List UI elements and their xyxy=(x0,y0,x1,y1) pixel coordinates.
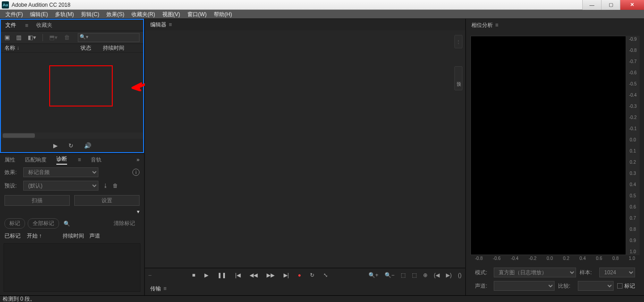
app-title: Adobe Audition CC 2018 xyxy=(12,2,70,8)
menu-clip[interactable]: 剪辑(C) xyxy=(78,10,102,19)
side-tab-menu[interactable]: ⋮ xyxy=(454,35,462,48)
col-duration[interactable]: 持续时间 xyxy=(63,232,89,240)
panel-menu-icon[interactable]: ≡ xyxy=(494,22,498,28)
tab-diagnostics[interactable]: 诊断 xyxy=(56,155,67,165)
annotation-red-box xyxy=(49,65,113,106)
phase-panel-body: -0.9-0.8-0.7-0.6-0.5-0.4-0.3-0.2-0.10.00… xyxy=(466,31,644,295)
phase-x-scale: -0.8-0.6-0.4-0.20.00.20.40.60.81.0 xyxy=(470,255,640,265)
panel-menu-icon[interactable]: ≡ xyxy=(167,21,172,28)
phase-plot[interactable] xyxy=(470,36,626,255)
record-icon[interactable]: ● xyxy=(298,272,301,278)
y-tick: 0.9 xyxy=(626,238,640,243)
y-tick: -0.2 xyxy=(626,115,640,120)
label-checkbox[interactable]: 标记 xyxy=(617,282,635,290)
y-tick: 0.6 xyxy=(626,204,640,209)
zoom-in-v-icon[interactable]: ⊕ xyxy=(423,272,428,278)
pause-icon[interactable]: ❚❚ xyxy=(217,272,226,278)
phase-panel-head: 相位分析 ≡ xyxy=(466,19,644,31)
y-tick: 0.7 xyxy=(626,216,640,221)
phase-y-scale: -0.9-0.8-0.7-0.6-0.5-0.4-0.3-0.2-0.10.00… xyxy=(626,36,640,255)
effect-select[interactable]: 标记音频 xyxy=(23,167,98,177)
minimize-button[interactable]: — xyxy=(582,0,601,10)
delete-preset-icon[interactable]: 🗑 xyxy=(113,183,118,189)
zoom-out-icon[interactable]: 🔍− xyxy=(385,272,394,278)
menu-file[interactable]: 文件(F) xyxy=(3,10,25,19)
compare-select[interactable] xyxy=(578,281,614,291)
search-marks-icon[interactable]: 🔍 xyxy=(64,221,70,227)
tab-files[interactable]: 文件 xyxy=(5,21,16,29)
panel-menu-icon[interactable]: ≡ xyxy=(78,157,81,163)
forward-icon[interactable]: ▶▶ xyxy=(267,272,275,278)
files-list-body[interactable] xyxy=(1,53,143,132)
go-end-icon[interactable]: ▶| xyxy=(284,272,289,278)
side-tab-preset[interactable]: 预设 xyxy=(454,66,462,90)
rewind-icon[interactable]: ◀◀ xyxy=(250,272,258,278)
menu-window[interactable]: 窗口(W) xyxy=(185,10,209,19)
mode-select[interactable]: 直方图（日志增放） xyxy=(494,268,576,277)
tab-properties[interactable]: 属性 xyxy=(4,156,15,164)
title-bar: Au Adobe Audition CC 2018 — ▢ ✕ xyxy=(0,0,644,10)
channel-select[interactable] xyxy=(494,281,555,291)
diag-results-body[interactable] xyxy=(4,243,140,292)
y-tick: 1.0 xyxy=(626,249,640,254)
menu-view[interactable]: 视图(V) xyxy=(160,10,183,19)
col-duration[interactable]: 持续时间 xyxy=(103,44,140,52)
zoom-in-icon[interactable]: 🔍+ xyxy=(369,272,378,278)
mark-all-button[interactable]: 全部标记 xyxy=(28,218,59,229)
editor-body[interactable]: ⋮ 预设 xyxy=(145,30,465,268)
stop-icon[interactable]: ■ xyxy=(192,272,195,278)
zoom-fit-icon[interactable]: ⬚ xyxy=(401,272,406,278)
settings-button[interactable]: 设置 xyxy=(74,195,140,206)
more-tabs-icon[interactable]: » xyxy=(136,157,140,163)
col-status[interactable]: 状态 xyxy=(80,44,103,52)
zoom-next-icon[interactable]: ▶) xyxy=(446,272,452,278)
y-tick: -0.6 xyxy=(626,70,640,75)
maximize-button[interactable]: ▢ xyxy=(601,0,620,10)
transport-title[interactable]: 传输 xyxy=(150,285,161,293)
files-scrollbar[interactable] xyxy=(1,132,143,139)
scan-button[interactable]: 扫描 xyxy=(4,195,70,206)
col-start[interactable]: 开始 ↑ xyxy=(27,232,63,240)
new-multitrack-icon[interactable]: ◧▾ xyxy=(28,34,36,41)
collapse-icon[interactable]: ▾ xyxy=(137,208,140,215)
tab-match-loudness[interactable]: 匹配响度 xyxy=(25,156,47,164)
tab-recording[interactable]: 音轨 xyxy=(91,156,102,164)
col-channel[interactable]: 声道 xyxy=(89,232,140,240)
loop-playback-icon[interactable]: ↻ xyxy=(310,272,314,278)
menu-favorites[interactable]: 收藏夹(R) xyxy=(129,10,158,19)
files-search[interactable]: 🔍▾ xyxy=(78,33,140,42)
tab-favorites[interactable]: 收藏夹 xyxy=(36,21,52,29)
files-panel-head: 文件 ≡ 收藏夹 xyxy=(1,20,143,31)
close-button[interactable]: ✕ xyxy=(620,0,644,10)
y-tick: -0.4 xyxy=(626,93,640,98)
zoom-selection-icon[interactable]: ⬚ xyxy=(412,272,417,278)
go-start-icon[interactable]: |◀ xyxy=(235,272,241,278)
zoom-prev-icon[interactable]: (◀ xyxy=(434,272,440,278)
auto-play-icon[interactable]: 🔊 xyxy=(84,142,91,149)
menu-multitrack[interactable]: 多轨(M) xyxy=(52,10,76,19)
sample-select[interactable]: 1024 xyxy=(599,268,635,277)
search-input[interactable] xyxy=(78,33,140,42)
menu-help[interactable]: 帮助(H) xyxy=(211,10,235,19)
loop-icon[interactable]: ↻ xyxy=(68,142,73,149)
zoom-reset-icon[interactable]: () xyxy=(458,272,462,278)
new-file-icon[interactable]: ▥ xyxy=(16,34,21,41)
preset-select[interactable]: (默认) xyxy=(23,181,98,191)
menu-effects[interactable]: 效果(S) xyxy=(104,10,127,19)
phase-title[interactable]: 相位分析 xyxy=(471,21,493,29)
menu-edit[interactable]: 编辑(E) xyxy=(27,10,51,19)
save-preset-icon[interactable]: ⭳ xyxy=(103,183,108,189)
panel-menu-icon[interactable]: ≡ xyxy=(162,285,166,292)
info-icon[interactable]: i xyxy=(132,169,140,176)
editor-title[interactable]: 编辑器 xyxy=(150,21,166,29)
play-icon[interactable]: ▶ xyxy=(204,272,208,278)
clear-marks-button[interactable]: 清除标记 xyxy=(109,219,140,228)
open-file-icon[interactable]: ▣ xyxy=(4,34,10,41)
col-name[interactable]: 名称 xyxy=(4,45,15,51)
skip-selection-icon[interactable]: ⤡ xyxy=(323,272,328,278)
panel-menu-icon[interactable]: ≡ xyxy=(25,22,28,29)
diagnostics-panel: 属性 匹配响度 诊断 ≡ 音轨 » 效果: 标记音频 i 预设: (默认) ⭳ … xyxy=(0,153,144,295)
col-marked[interactable]: 已标记 xyxy=(4,232,27,240)
mark-button[interactable]: 标记 xyxy=(4,218,25,229)
play-preview-icon[interactable]: ▶ xyxy=(53,142,58,149)
